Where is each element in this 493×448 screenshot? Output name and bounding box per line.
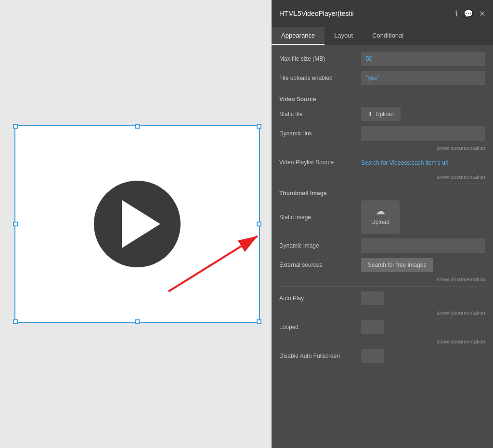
dynamic-image-row: Dynamic image (279, 238, 485, 253)
max-file-size-label: Max file size (MB) (279, 55, 361, 62)
auto-play-toggle (361, 291, 485, 305)
external-sources-value: Search for free images (361, 258, 485, 272)
looped-toggle-control[interactable] (361, 320, 384, 334)
handle-br[interactable] (257, 319, 261, 324)
handle-mr[interactable] (257, 222, 261, 226)
playlist-source-value: Search for Videoss:each item's url (361, 158, 485, 167)
playlist-source-row: Video Playlist Source Search for Videoss… (279, 155, 485, 170)
dynamic-link-value (361, 126, 485, 141)
thumbnail-header: Thumbnail Image (279, 190, 485, 197)
external-sources-row: External sources Search for free images (279, 257, 485, 273)
video-source-header: Video Source (279, 96, 485, 103)
panel-header-icons: ℹ 💬 ✕ (455, 9, 485, 18)
divider-3 (279, 286, 485, 287)
tab-appearance[interactable]: Appearance (272, 27, 324, 45)
looped-toggle (361, 320, 485, 334)
properties-panel: HTML5VideoPlayer(testii ℹ 💬 ✕ Appearance… (272, 0, 493, 448)
dynamic-image-label: Dynamic image (279, 242, 361, 249)
static-image-upload-button[interactable]: ☁ Upload (361, 200, 400, 234)
search-free-images-button[interactable]: Search for free images (361, 258, 433, 272)
show-doc-looped[interactable]: show documentation (279, 339, 485, 344)
static-file-row: Static file ⬆ Upload (279, 106, 485, 122)
chat-icon[interactable]: 💬 (464, 9, 473, 18)
upload-label-2: Upload (371, 219, 389, 225)
external-sources-label: External sources (279, 262, 361, 268)
dynamic-link-row: Dynamic link (279, 126, 485, 141)
panel-title: HTML5VideoPlayer(testii (279, 10, 354, 17)
auto-play-row: Auto Play (279, 290, 485, 306)
static-image-label: Static image (279, 214, 361, 221)
max-file-size-input[interactable] (361, 52, 485, 66)
play-circle (94, 181, 181, 267)
handle-tc[interactable] (135, 124, 140, 129)
dynamic-image-input[interactable] (361, 238, 485, 253)
divider-1 (279, 90, 485, 90)
file-uploads-label: File uploads enabled (279, 75, 361, 81)
info-icon[interactable]: ℹ (455, 9, 458, 18)
handle-tl[interactable] (13, 124, 18, 129)
max-file-size-value (361, 52, 485, 66)
show-doc-external[interactable]: show documentation (279, 277, 485, 282)
dynamic-link-label: Dynamic link (279, 130, 361, 137)
show-doc-playlist[interactable]: show documentation (279, 174, 485, 180)
disable-auto-row: Disable Auto Fullscreen (279, 348, 485, 364)
playlist-source-link[interactable]: Search for Videoss:each item's url (361, 159, 449, 166)
static-file-upload-button[interactable]: ⬆ Upload (361, 107, 401, 121)
looped-label: Looped (279, 324, 361, 330)
tab-conditional[interactable]: Conditional (363, 27, 413, 45)
dynamic-image-value (361, 238, 485, 253)
tabs: Appearance Layout Conditional (272, 27, 493, 45)
file-uploads-value (361, 71, 485, 85)
file-uploads-row: File uploads enabled (279, 70, 485, 86)
disable-auto-value (361, 349, 485, 363)
static-image-upload: ☁ Upload (361, 200, 485, 234)
video-player[interactable] (14, 125, 260, 323)
show-doc-dynamic-link[interactable]: show documentation (279, 145, 485, 151)
panel-content: Max file size (MB) File uploads enabled … (272, 45, 493, 448)
handle-bc[interactable] (135, 319, 140, 324)
play-triangle-icon (122, 200, 160, 248)
auto-play-label: Auto Play (279, 295, 361, 302)
looped-row: Looped (279, 319, 485, 335)
playlist-source-label: Video Playlist Source (279, 159, 361, 166)
tab-layout[interactable]: Layout (324, 27, 363, 45)
auto-play-toggle-control[interactable] (361, 291, 384, 305)
max-file-size-row: Max file size (MB) (279, 51, 485, 66)
file-uploads-input[interactable] (361, 71, 485, 85)
show-doc-autoplay[interactable]: show documentation (279, 310, 485, 316)
handle-ml[interactable] (13, 222, 18, 226)
disable-auto-label: Disable Auto Fullscreen (279, 353, 361, 359)
dynamic-link-input[interactable] (361, 126, 485, 141)
static-image-row: Static image ☁ Upload (279, 200, 485, 234)
upload-icon: ⬆ (368, 111, 373, 118)
disable-auto-toggle[interactable] (361, 349, 384, 363)
static-file-label: Static file (279, 111, 361, 118)
cloud-upload-icon: ☁ (376, 205, 385, 217)
handle-tr[interactable] (257, 124, 261, 129)
close-icon[interactable]: ✕ (479, 9, 485, 18)
panel-header: HTML5VideoPlayer(testii ℹ 💬 ✕ (272, 0, 493, 27)
static-file-value: ⬆ Upload (361, 107, 485, 121)
canvas-area (0, 0, 274, 448)
handle-bl[interactable] (13, 319, 18, 324)
divider-2 (279, 184, 485, 184)
upload-button-label: Upload (376, 111, 394, 118)
